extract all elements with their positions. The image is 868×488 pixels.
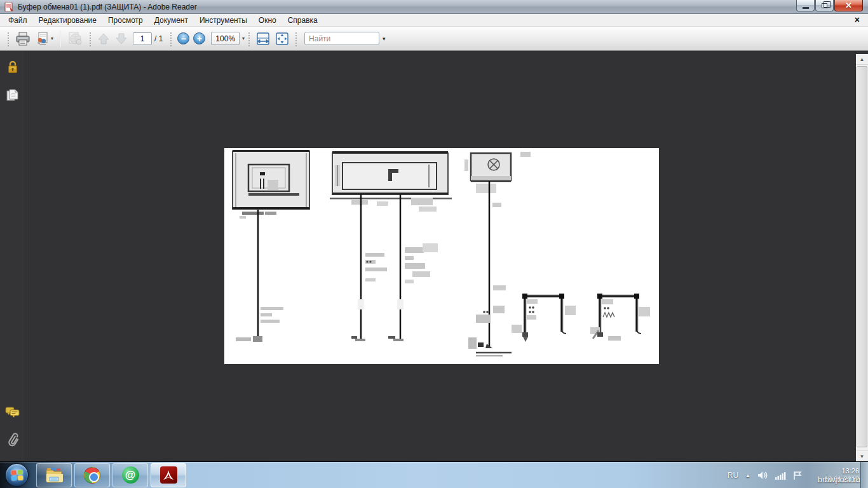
clock[interactable]: 13:26 12.01.2012 bmwpost.ru bbox=[810, 467, 859, 484]
windows-explorer-icon bbox=[44, 467, 64, 484]
menu-file[interactable]: Файл bbox=[3, 15, 33, 26]
search-input[interactable] bbox=[304, 32, 379, 45]
network-icon[interactable] bbox=[775, 471, 786, 480]
restore-button[interactable] bbox=[815, 0, 834, 11]
collaborate-button[interactable]: ▾ bbox=[33, 30, 56, 48]
taskbar: @ RU ▲ bbox=[0, 461, 868, 488]
scroll-down-button[interactable]: ▼ bbox=[856, 451, 868, 461]
print-icon bbox=[15, 32, 31, 46]
start-button[interactable] bbox=[5, 463, 29, 487]
toolbar-separator bbox=[60, 30, 60, 47]
comments-icon bbox=[5, 407, 20, 419]
plus-icon: + bbox=[197, 34, 202, 43]
globe-page-icon bbox=[67, 31, 83, 46]
pages-panel-button[interactable] bbox=[5, 88, 20, 103]
vertical-scrollbar[interactable]: ▲ ▼ bbox=[856, 54, 868, 461]
print-button[interactable] bbox=[13, 30, 33, 48]
minimize-icon bbox=[803, 7, 809, 9]
volume-icon[interactable] bbox=[757, 471, 768, 480]
fit-page-button[interactable] bbox=[273, 30, 292, 48]
language-indicator[interactable]: RU bbox=[728, 471, 738, 480]
windows-logo-icon bbox=[11, 470, 23, 480]
zoom-out-button[interactable]: − bbox=[177, 32, 189, 44]
minus-icon: − bbox=[181, 34, 186, 43]
taskbar-chrome-button[interactable] bbox=[74, 463, 110, 487]
search-caret-icon: ▾ bbox=[383, 36, 386, 42]
menu-document[interactable]: Документ bbox=[149, 15, 194, 26]
close-icon: ✕ bbox=[845, 1, 852, 11]
hidden-icons-chevron-icon[interactable]: ▲ bbox=[745, 473, 750, 478]
toolbar: ▾ / 1 − + 100% bbox=[0, 27, 868, 51]
title-bar[interactable]: Буфер обмена01 (1).pdf (ЗАЩИТА) - Adobe … bbox=[0, 0, 868, 14]
taskbar-explorer-button[interactable] bbox=[36, 463, 72, 487]
action-center-flag-icon[interactable] bbox=[793, 471, 803, 480]
pdf-page bbox=[224, 148, 659, 364]
zoom-level-value: 100% bbox=[215, 34, 235, 43]
chrome-icon bbox=[84, 467, 100, 484]
pages-icon bbox=[6, 88, 19, 103]
toolbar-grip bbox=[294, 31, 298, 46]
next-page-button bbox=[112, 30, 130, 48]
share-review-button bbox=[64, 30, 86, 48]
collaborate-caret-icon: ▾ bbox=[51, 36, 53, 41]
adobe-reader-icon bbox=[160, 466, 177, 484]
page-number-input[interactable] bbox=[133, 32, 152, 45]
arrow-down-icon bbox=[115, 32, 128, 45]
collaborate-icon bbox=[36, 32, 50, 46]
taskbar-mail-agent-button[interactable]: @ bbox=[112, 463, 148, 487]
show-desktop-button[interactable] bbox=[860, 462, 868, 488]
wiring-diagram bbox=[224, 148, 659, 364]
adobe-reader-window: Буфер обмена01 (1).pdf (ЗАЩИТА) - Adobe … bbox=[0, 0, 868, 488]
fit-width-button[interactable] bbox=[254, 30, 273, 48]
navigation-pane bbox=[0, 51, 25, 461]
toolbar-grip bbox=[6, 31, 10, 46]
window-title: Буфер обмена01 (1).pdf (ЗАЩИТА) - Adobe … bbox=[18, 0, 197, 14]
lock-icon bbox=[6, 60, 19, 74]
toolbar-grip bbox=[247, 31, 251, 46]
menu-window[interactable]: Окно bbox=[253, 15, 282, 26]
attachments-panel-button[interactable] bbox=[5, 432, 20, 447]
zoom-level-select[interactable]: 100% bbox=[211, 32, 240, 45]
scroll-down-icon: ▼ bbox=[860, 454, 865, 459]
paperclip-icon bbox=[7, 432, 18, 447]
system-tray: RU ▲ bbox=[728, 462, 859, 488]
tray-time: 13:26 bbox=[810, 467, 859, 475]
menu-tools[interactable]: Инструменты bbox=[194, 15, 253, 26]
zoom-caret-icon: ▾ bbox=[242, 36, 245, 41]
previous-page-button bbox=[95, 30, 112, 48]
minimize-button[interactable] bbox=[796, 0, 815, 11]
document-area: ▲ ▼ bbox=[0, 51, 868, 461]
menu-bar: Файл Редактирование Просмотр Документ Ин… bbox=[0, 14, 868, 27]
pdf-file-icon bbox=[4, 3, 14, 11]
restore-icon bbox=[822, 3, 827, 8]
toolbar-grip bbox=[88, 31, 92, 46]
close-document-icon[interactable]: × bbox=[855, 15, 860, 25]
menu-edit[interactable]: Редактирование bbox=[33, 15, 102, 26]
comments-panel-button[interactable] bbox=[5, 405, 20, 421]
fit-page-icon bbox=[275, 32, 289, 46]
close-button[interactable]: ✕ bbox=[834, 0, 863, 11]
menu-help[interactable]: Справка bbox=[282, 15, 323, 26]
scroll-up-icon: ▲ bbox=[860, 57, 865, 62]
zoom-in-button[interactable]: + bbox=[193, 32, 205, 44]
page-total-label: / 1 bbox=[154, 34, 163, 43]
menu-view[interactable]: Просмотр bbox=[102, 15, 149, 26]
scroll-up-button[interactable]: ▲ bbox=[856, 54, 868, 65]
toolbar-grip bbox=[169, 31, 173, 46]
mail-agent-icon: @ bbox=[122, 466, 139, 484]
scrollbar-thumb[interactable] bbox=[857, 66, 867, 447]
tray-date: 12.01.2012 bbox=[810, 475, 859, 484]
taskbar-adobe-reader-button[interactable] bbox=[151, 463, 186, 487]
fit-width-icon bbox=[256, 32, 270, 46]
security-settings-button[interactable] bbox=[5, 60, 20, 75]
arrow-up-icon bbox=[97, 32, 110, 45]
